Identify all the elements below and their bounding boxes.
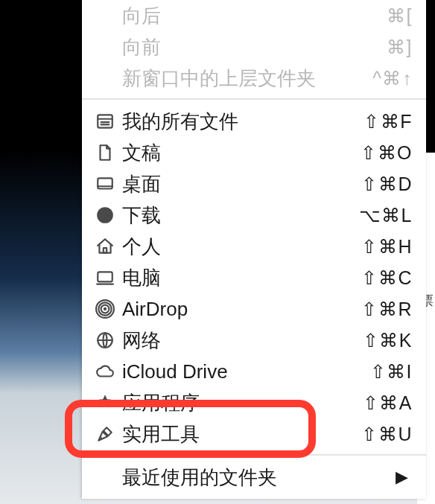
menu-separator: [82, 98, 426, 100]
menu-item-desktop[interactable]: 桌面 ⇧⌘D: [82, 168, 426, 200]
menu-separator: [82, 454, 426, 456]
menu-label: 实用工具: [121, 421, 200, 447]
menu-shortcut: ⇧⌘H: [361, 236, 413, 258]
menu-label: 个人: [121, 234, 161, 260]
menu-label: 新窗口中的上层文件夹: [121, 66, 316, 92]
menu-item-forward: 向前 ⌘]: [82, 31, 426, 63]
menu-item-parent-new-window: 新窗口中的上层文件夹 ^⌘↑: [82, 63, 426, 94]
menu-shortcut: ⇧⌘F: [363, 111, 413, 133]
submenu-arrow-icon: ▶: [396, 468, 413, 487]
menu-item-computer[interactable]: 电脑 ⇧⌘C: [82, 262, 426, 293]
menu-label: 下载: [121, 202, 161, 229]
menu-item-all-my-files[interactable]: 我的所有文件 ⇧⌘F: [82, 106, 426, 137]
menu-item-icloud-drive[interactable]: iCloud Drive ⇧⌘I: [82, 356, 426, 387]
menu-shortcut: ⌥⌘L: [359, 205, 413, 226]
document-icon: [95, 143, 121, 162]
menu-shortcut: ⇧⌘D: [361, 173, 413, 195]
menu-shortcut: ⇧⌘K: [363, 330, 413, 351]
menu-item-home[interactable]: 个人 ⇧⌘H: [82, 231, 426, 262]
menu-item-applications[interactable]: 应用程序 ⇧⌘A: [82, 387, 426, 418]
all-files-icon: [95, 112, 121, 131]
menu-shortcut: ⇧⌘R: [361, 299, 413, 320]
computer-icon: [95, 268, 121, 287]
menu-shortcut: ⇧⌘O: [361, 142, 413, 164]
menu-item-network[interactable]: 网络 ⇧⌘K: [82, 325, 426, 356]
desktop-icon: [95, 174, 121, 194]
svg-point-15: [100, 437, 102, 439]
menu-label: iCloud Drive: [121, 360, 228, 383]
finder-go-menu: 向后 ⌘[ 向前 ⌘] 新窗口中的上层文件夹 ^⌘↑ 我的所有文件 ⇧⌘F 文稿…: [82, 0, 426, 499]
menu-label: 最近使用的文件夹: [121, 465, 277, 491]
menu-label: 网络: [121, 328, 161, 354]
cloud-icon: [95, 362, 121, 381]
menu-shortcut: ^⌘↑: [372, 68, 413, 89]
menu-item-recent-folders[interactable]: 最近使用的文件夹 ▶: [82, 462, 426, 493]
svg-rect-8: [98, 272, 112, 281]
menu-label: 向后: [121, 3, 161, 29]
menu-shortcut: ⇧⌘U: [361, 424, 413, 445]
menu-label: 文稿: [121, 140, 161, 166]
menu-item-documents[interactable]: 文稿 ⇧⌘O: [82, 137, 426, 168]
utilities-icon: [95, 424, 121, 444]
menu-label: 向前: [121, 34, 161, 60]
menu-shortcut: ⌘]: [387, 36, 413, 58]
airdrop-icon: [95, 299, 121, 319]
menu-item-downloads[interactable]: 下载 ⌥⌘L: [82, 200, 426, 231]
menu-label: 应用程序: [121, 390, 200, 416]
download-icon: [95, 205, 121, 225]
home-icon: [95, 237, 121, 256]
menu-label: AirDrop: [121, 298, 188, 321]
svg-rect-7: [104, 248, 107, 253]
menu-item-airdrop[interactable]: AirDrop ⇧⌘R: [82, 293, 426, 325]
menu-label: 桌面: [121, 171, 161, 197]
menu-item-back: 向后 ⌘[: [82, 0, 426, 31]
network-icon: [95, 331, 121, 350]
menu-label: 我的所有文件: [121, 109, 238, 135]
menu-shortcut: ⇧⌘I: [370, 361, 413, 383]
menu-shortcut: ⌘[: [387, 5, 413, 27]
apps-icon: [95, 393, 121, 412]
menu-item-utilities[interactable]: 实用工具 ⇧⌘U: [82, 418, 426, 450]
menu-shortcut: ⇧⌘C: [361, 267, 413, 289]
svg-rect-4: [98, 178, 112, 188]
menu-label: 电脑: [121, 265, 161, 291]
svg-point-10: [104, 307, 107, 310]
menu-shortcut: ⇧⌘A: [363, 392, 413, 414]
